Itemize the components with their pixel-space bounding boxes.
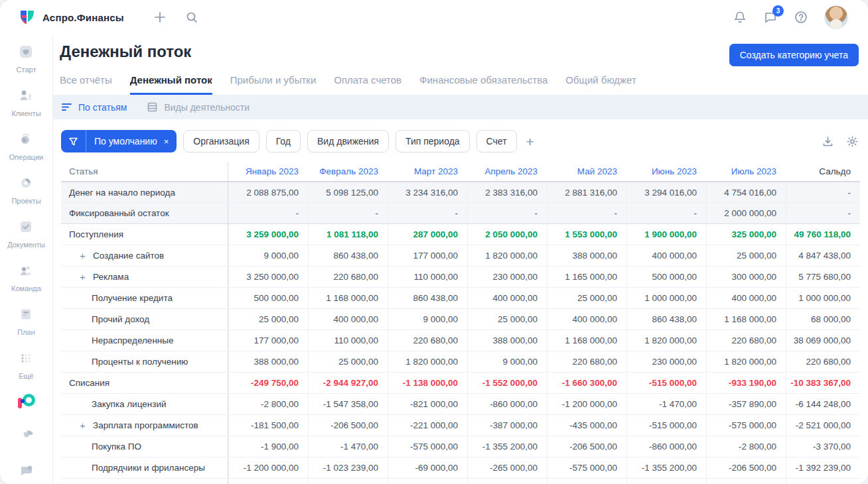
filter-chip[interactable]: Год <box>266 130 301 152</box>
sidebar-item-plan[interactable]: План <box>7 306 45 336</box>
table-row[interactable]: Прочий доход25 000,00400 000,009 000,002… <box>61 309 860 330</box>
feedback-chat-icon[interactable] <box>19 463 35 481</box>
add-filter-icon[interactable]: + <box>524 135 537 149</box>
saldo-value-cell: -3 370,00 <box>786 436 860 457</box>
saldo-value-cell: 38 069 000,00 <box>786 330 860 351</box>
create-category-button[interactable]: Создать категорию учета <box>729 44 859 66</box>
view-by-articles[interactable]: По статьям <box>61 101 127 113</box>
aspro-mini-logo-icon[interactable] <box>18 394 35 410</box>
tab-invoice-payment[interactable]: Оплата счетов <box>334 74 401 95</box>
month-value-cell: 1 165 000,00 <box>547 267 626 287</box>
column-header-month[interactable]: Январь 2023 <box>228 162 308 181</box>
tab-cash-flow[interactable]: Денежный поток <box>130 74 212 95</box>
table-row[interactable]: Поступления3 259 000,001 081 118,00287 0… <box>61 224 860 245</box>
saldo-value-cell: -6 144 248,00 <box>786 479 860 484</box>
default-filter-label: По умолчанию <box>86 136 164 147</box>
remove-filter-icon[interactable]: × <box>164 137 177 147</box>
download-icon[interactable] <box>822 135 834 148</box>
table-row[interactable]: Проценты к получению388 000,0025 000,001… <box>61 351 860 373</box>
chat-icon[interactable]: 3 <box>763 10 778 25</box>
row-label-text: Денег на начало периода <box>69 188 175 198</box>
filter-chip[interactable]: Тип периода <box>396 130 470 152</box>
row-label: Проценты к получению <box>61 351 228 372</box>
projects-icon <box>18 175 34 194</box>
month-value-cell: -357 890,00 <box>706 394 786 414</box>
month-value-cell: -860 000,00 <box>467 394 547 414</box>
month-value-cell: 2 383 316,00 <box>467 182 547 202</box>
table-row[interactable]: Получение кредита500 000,001 168 000,008… <box>61 288 860 309</box>
month-value-cell: -515 000,00 <box>626 415 706 436</box>
sidebar-item-operations[interactable]: Операции <box>7 131 45 161</box>
notifications-bell-icon[interactable] <box>733 10 747 25</box>
row-label-text: Проценты к получению <box>92 357 188 367</box>
table-row[interactable]: +Зарплата программистов-181 500,00-206 5… <box>61 415 860 436</box>
table-row[interactable]: Списания-249 750,00-2 944 927,00-1 138 0… <box>61 373 860 394</box>
sidebar-item-clients[interactable]: Клиенты <box>7 88 45 117</box>
column-header-month[interactable]: Июнь 2023 <box>626 162 706 181</box>
add-icon[interactable] <box>153 10 167 25</box>
column-header-month[interactable]: Апрель 2023 <box>467 162 547 181</box>
sidebar-item-projects[interactable]: Проекты <box>7 175 45 205</box>
view-by-activity[interactable]: Виды деятельности <box>147 101 250 113</box>
settings-gear-icon[interactable] <box>19 427 35 446</box>
sidebar-item-documents[interactable]: Документы <box>7 219 45 249</box>
expand-row-icon[interactable]: + <box>80 251 88 261</box>
month-value-cell: - <box>547 203 626 223</box>
row-label-text: Закупка лицензий <box>92 399 166 409</box>
sidebar-item-team[interactable]: Команда <box>7 263 45 292</box>
month-value-cell: 25 000,00 <box>308 351 388 372</box>
month-value-cell: 230 000,00 <box>467 267 547 287</box>
sidebar-item-label: Клиенты <box>11 109 40 117</box>
tab-profit-loss[interactable]: Прибыли и убытки <box>230 74 317 95</box>
tab-all-reports[interactable]: Все отчёты <box>60 74 112 95</box>
sidebar-item-more[interactable]: Ещё <box>7 350 45 380</box>
saldo-value-cell: -10 383 367,00 <box>786 373 860 393</box>
tab-general-budget[interactable]: Общий бюджет <box>565 74 636 95</box>
table-row[interactable]: +Создание сайтов9 000,00860 438,00177 00… <box>61 245 860 267</box>
row-label: +Зарплата программистов <box>61 479 228 484</box>
table-row[interactable]: +Реклама3 250 000,00220 680,00110 000,00… <box>61 267 860 288</box>
table-settings-gear-icon[interactable] <box>846 135 859 148</box>
help-icon[interactable] <box>794 10 808 25</box>
search-icon[interactable] <box>184 10 199 25</box>
month-value-cell: -1 470,00 <box>626 394 706 414</box>
month-value-cell: 25 000,00 <box>467 309 547 330</box>
topbar: Аспро.Финансы 3 <box>0 0 868 34</box>
month-value-cell: - <box>467 203 547 223</box>
month-value-cell: -357 890,00 <box>706 479 786 484</box>
aspro-logo-icon <box>19 9 36 26</box>
table-row[interactable]: Закупка лицензий-2 800,00-1 547 358,00-8… <box>61 394 860 415</box>
month-value-cell: - <box>388 203 467 223</box>
sidebar-item-label: Операции <box>9 153 43 161</box>
table-row[interactable]: Нераспределенные177 000,00110 000,00220 … <box>61 330 860 351</box>
table-row[interactable]: Покупка ПО-1 900,00-1 470,00-575 000,00-… <box>61 436 860 457</box>
sidebar-item-start[interactable]: Старт <box>7 44 45 74</box>
table-row[interactable]: Фиксированный остаток------2 000 000,00- <box>61 203 860 224</box>
month-value-cell: -2 800,00 <box>228 394 308 414</box>
month-value-cell: 388 000,00 <box>467 330 547 351</box>
tab-financial-obligations[interactable]: Финансовые обязательства <box>419 74 547 95</box>
month-value-cell: -860 000,00 <box>626 436 706 457</box>
expand-row-icon[interactable]: + <box>80 420 88 430</box>
filter-chip[interactable]: Организация <box>183 130 259 152</box>
column-header-month[interactable]: Март 2023 <box>388 162 467 181</box>
row-label: Закупка лицензий <box>61 394 228 414</box>
table-row[interactable]: +Зарплата программистов-2 800,00-1 547 3… <box>61 479 860 484</box>
row-label-text: Зарплата программистов <box>93 420 198 430</box>
expand-row-icon[interactable]: + <box>80 272 88 282</box>
month-value-cell: 1 820 000,00 <box>467 245 547 266</box>
column-header-month[interactable]: Июль 2023 <box>706 162 786 181</box>
filter-chip[interactable]: Вид движения <box>307 130 389 152</box>
table-row[interactable]: Подрядчики и фрилансеры-1 200 000,00-1 0… <box>61 457 860 479</box>
month-value-cell: -69 000,00 <box>388 457 467 478</box>
column-header-month[interactable]: Май 2023 <box>547 162 626 181</box>
table-row[interactable]: Денег на начало периода2 088 875,005 098… <box>61 182 860 203</box>
row-label: +Реклама <box>61 267 228 287</box>
month-value-cell: 1 168 000,00 <box>308 288 388 308</box>
filter-chip[interactable]: Счет <box>476 130 517 152</box>
sidebar-item-label: Команда <box>11 284 41 292</box>
user-avatar[interactable] <box>824 5 848 29</box>
column-header-month[interactable]: Февраль 2023 <box>308 162 388 181</box>
saldo-value-cell: -6 144 248,00 <box>786 394 860 414</box>
default-filter-chip[interactable]: По умолчанию × <box>61 130 177 152</box>
